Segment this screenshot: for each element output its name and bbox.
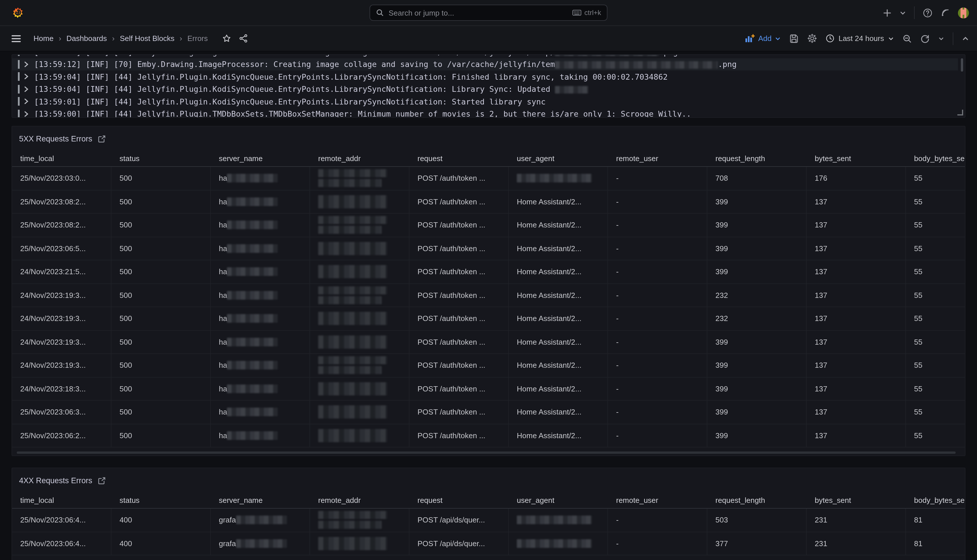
server-name-redacted-blur xyxy=(227,385,278,393)
column-header-body_bytes_sent[interactable]: body_bytes_sent xyxy=(906,150,965,167)
cell-user-agent: Home Assistant/2... xyxy=(509,284,608,307)
column-header-request[interactable]: request xyxy=(409,150,509,167)
help-icon[interactable] xyxy=(923,8,932,18)
table-horizontal-scrollbar[interactable] xyxy=(17,452,955,454)
column-header-request_length[interactable]: request_length xyxy=(707,150,807,167)
column-header-bytes_sent[interactable]: bytes_sent xyxy=(807,150,906,167)
logs-vertical-scrollbar[interactable] xyxy=(961,58,963,72)
add-panel-button[interactable]: Add xyxy=(745,34,781,43)
column-header-time_local[interactable]: time_local xyxy=(12,492,112,508)
server-name-redacted-blur xyxy=(236,516,287,525)
log-lines-container: [13:59:13] [INF] [70] Emby.Drawing.Image… xyxy=(12,54,958,118)
column-header-time_local[interactable]: time_local xyxy=(12,150,112,167)
grafana-logo-icon[interactable] xyxy=(12,7,24,19)
column-header-user_agent[interactable]: user_agent xyxy=(509,150,608,167)
breadcrumb-home[interactable]: Home xyxy=(33,34,53,43)
new-chevron-down-icon[interactable] xyxy=(900,10,906,16)
new-plus-button[interactable] xyxy=(883,8,892,17)
cell-request-length: 708 xyxy=(707,167,807,190)
remote-addr-redacted-blur xyxy=(318,429,387,442)
external-link-icon[interactable] xyxy=(98,477,106,484)
cell-bytes-sent: 137 xyxy=(807,237,906,260)
redacted-blur xyxy=(318,511,387,519)
log-level-bar xyxy=(18,97,20,106)
cell-request-length: 399 xyxy=(707,354,807,377)
column-header-remote_addr[interactable]: remote_addr xyxy=(310,150,409,167)
favorite-star-icon[interactable] xyxy=(222,34,231,43)
share-icon[interactable] xyxy=(239,34,248,43)
log-level-bar xyxy=(18,85,20,93)
clock-icon xyxy=(826,34,834,43)
log-line[interactable]: [13:59:13] [INF] [70] Emby.Drawing.Image… xyxy=(12,54,958,58)
breadcrumb-dashboard-name[interactable]: Self Host Blocks xyxy=(120,34,174,43)
news-rss-icon[interactable] xyxy=(940,8,950,17)
cell-time-local: 25/Nov/2023:06:5... xyxy=(12,237,112,260)
column-header-request_length[interactable]: request_length xyxy=(707,492,807,508)
column-header-remote_addr[interactable]: remote_addr xyxy=(310,492,409,508)
cell-remote-user: - xyxy=(608,424,707,447)
refresh-interval-chevron-down-icon[interactable] xyxy=(938,35,944,41)
menu-hamburger-icon[interactable] xyxy=(12,34,21,42)
cell-request: POST /auth/token ... xyxy=(409,401,509,424)
user-avatar[interactable] xyxy=(958,7,969,18)
log-expand-chevron-icon[interactable] xyxy=(24,54,29,55)
cell-status: 500 xyxy=(112,401,211,424)
cell-status: 500 xyxy=(112,167,211,190)
log-expand-chevron-icon[interactable] xyxy=(24,111,29,117)
column-header-remote_user[interactable]: remote_user xyxy=(608,492,707,508)
log-expand-chevron-icon[interactable] xyxy=(24,61,29,68)
log-message: [13:59:00] [INF] [44] Jellyfin.Plugin.TM… xyxy=(34,109,691,118)
cell-request-length: 399 xyxy=(707,424,807,447)
cell-user-agent: Home Assistant/2... xyxy=(509,401,608,424)
external-link-icon[interactable] xyxy=(98,135,106,143)
panel-resize-handle[interactable] xyxy=(957,110,963,115)
log-line[interactable]: [13:59:04] [INF] [44] Jellyfin.Plugin.Ko… xyxy=(12,70,958,83)
panel-header[interactable]: 5XX Requests Errors xyxy=(12,127,965,146)
column-header-body_bytes_sent[interactable]: body_bytes_sent xyxy=(906,492,965,508)
cell-time-local: 25/Nov/2023:06:3... xyxy=(12,401,112,424)
cell-remote-addr xyxy=(310,354,409,377)
cell-request-length: 232 xyxy=(707,284,807,307)
column-header-status[interactable]: status xyxy=(112,150,211,167)
save-dashboard-button[interactable] xyxy=(789,34,799,43)
cell-status: 500 xyxy=(112,330,211,354)
cell-remote-addr xyxy=(310,330,409,354)
cell-server-name: ha xyxy=(211,213,310,237)
column-header-status[interactable]: status xyxy=(112,492,211,508)
log-line[interactable]: [13:59:01] [INF] [44] Jellyfin.Plugin.Ko… xyxy=(12,95,958,108)
search-input[interactable]: Search or jump to... ctrl+k xyxy=(370,5,607,21)
time-range-picker[interactable]: Last 24 hours xyxy=(826,34,894,43)
log-message: [13:59:01] [INF] [44] Jellyfin.Plugin.Ko… xyxy=(34,97,546,106)
cell-body-bytes-sent: 55 xyxy=(906,213,965,237)
dashboard-settings-gear-icon[interactable] xyxy=(807,33,817,43)
column-header-remote_user[interactable]: remote_user xyxy=(608,150,707,167)
log-level-bar xyxy=(18,60,20,69)
time-range-chevron-down-icon xyxy=(888,35,894,41)
log-line[interactable]: [13:59:12] [INF] [70] Emby.Drawing.Image… xyxy=(12,58,958,70)
cell-server-name: ha xyxy=(211,167,310,190)
cell-status: 500 xyxy=(112,190,211,213)
cell-remote-addr xyxy=(310,190,409,213)
breadcrumb-dashboards[interactable]: Dashboards xyxy=(67,34,107,43)
column-header-server_name[interactable]: server_name xyxy=(211,150,310,167)
log-expand-chevron-icon[interactable] xyxy=(24,86,29,92)
remote-addr-redacted-blur xyxy=(318,382,387,395)
panel-header[interactable]: 4XX Requests Errors xyxy=(12,468,965,488)
remote-addr-redacted-blur xyxy=(318,357,387,374)
column-header-request[interactable]: request xyxy=(409,492,509,508)
column-header-user_agent[interactable]: user_agent xyxy=(509,492,608,508)
log-expand-chevron-icon[interactable] xyxy=(24,98,29,105)
cell-remote-user: - xyxy=(608,284,707,307)
zoom-out-time-button[interactable] xyxy=(902,34,912,43)
cell-server-name: grafa xyxy=(211,532,310,555)
collapse-toolbar-chevron-up-icon[interactable] xyxy=(962,35,969,42)
log-level-bar xyxy=(18,54,20,56)
refresh-button[interactable] xyxy=(920,34,930,43)
column-header-bytes_sent[interactable]: bytes_sent xyxy=(807,492,906,508)
log-line[interactable]: [13:59:00] [INF] [44] Jellyfin.Plugin.TM… xyxy=(12,108,958,118)
log-line[interactable]: [13:59:04] [INF] [44] Jellyfin.Plugin.Ko… xyxy=(12,83,958,95)
column-header-server_name[interactable]: server_name xyxy=(211,492,310,508)
cell-request: POST /auth/token ... xyxy=(409,237,509,260)
cell-status: 400 xyxy=(112,532,211,555)
log-expand-chevron-icon[interactable] xyxy=(24,73,29,80)
